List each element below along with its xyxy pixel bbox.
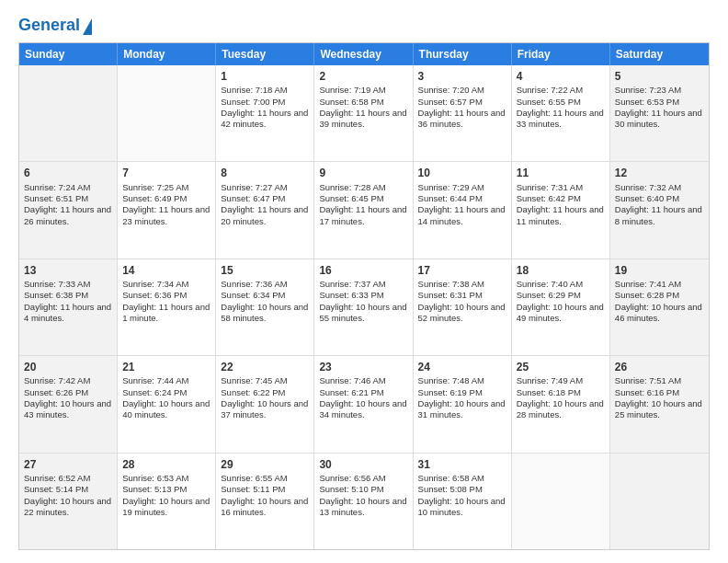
cal-cell-5-7 [610, 454, 709, 549]
day-number: 22 [221, 360, 309, 374]
cell-details: Sunrise: 6:52 AM Sunset: 5:14 PM Dayligh… [24, 473, 112, 518]
cal-cell-1-7: 5Sunrise: 7:23 AM Sunset: 6:53 PM Daylig… [610, 65, 709, 161]
header-day-tuesday: Tuesday [216, 43, 314, 65]
cal-cell-2-4: 9Sunrise: 7:28 AM Sunset: 6:45 PM Daylig… [314, 162, 413, 258]
cal-cell-5-3: 29Sunrise: 6:55 AM Sunset: 5:11 PM Dayli… [216, 454, 314, 549]
day-number: 9 [319, 166, 407, 180]
day-number: 4 [517, 69, 605, 84]
cell-details: Sunrise: 7:32 AM Sunset: 6:40 PM Dayligh… [615, 182, 704, 227]
cell-details: Sunrise: 7:41 AM Sunset: 6:28 PM Dayligh… [615, 279, 704, 324]
page: General SundayMondayTuesdayWednesdayThur… [0, 0, 728, 563]
cal-cell-3-4: 16Sunrise: 7:37 AM Sunset: 6:33 PM Dayli… [314, 259, 413, 355]
cell-details: Sunrise: 7:37 AM Sunset: 6:33 PM Dayligh… [319, 279, 407, 324]
cal-cell-5-6 [512, 454, 610, 549]
cell-details: Sunrise: 6:58 AM Sunset: 5:08 PM Dayligh… [418, 473, 506, 518]
cell-details: Sunrise: 7:49 AM Sunset: 6:18 PM Dayligh… [517, 375, 605, 420]
header-day-monday: Monday [118, 43, 216, 65]
cal-cell-4-4: 23Sunrise: 7:46 AM Sunset: 6:21 PM Dayli… [314, 356, 413, 452]
header: General [18, 17, 710, 33]
day-number: 14 [122, 263, 210, 278]
cal-cell-2-1: 6Sunrise: 7:24 AM Sunset: 6:51 PM Daylig… [19, 162, 118, 258]
header-day-wednesday: Wednesday [314, 43, 413, 65]
day-number: 28 [122, 457, 210, 472]
week-row-2: 6Sunrise: 7:24 AM Sunset: 6:51 PM Daylig… [19, 162, 709, 259]
day-number: 13 [24, 263, 112, 278]
cell-details: Sunrise: 7:36 AM Sunset: 6:34 PM Dayligh… [221, 279, 309, 324]
cell-details: Sunrise: 7:45 AM Sunset: 6:22 PM Dayligh… [221, 375, 309, 420]
cell-details: Sunrise: 7:25 AM Sunset: 6:49 PM Dayligh… [122, 182, 210, 227]
day-number: 6 [24, 166, 112, 180]
calendar-header: SundayMondayTuesdayWednesdayThursdayFrid… [19, 43, 709, 65]
week-row-5: 27Sunrise: 6:52 AM Sunset: 5:14 PM Dayli… [19, 454, 709, 549]
day-number: 7 [122, 166, 210, 180]
day-number: 12 [615, 166, 704, 180]
cell-details: Sunrise: 7:48 AM Sunset: 6:19 PM Dayligh… [418, 375, 506, 420]
cal-cell-5-1: 27Sunrise: 6:52 AM Sunset: 5:14 PM Dayli… [19, 454, 118, 549]
cell-details: Sunrise: 7:23 AM Sunset: 6:53 PM Dayligh… [615, 85, 704, 130]
cell-details: Sunrise: 7:42 AM Sunset: 6:26 PM Dayligh… [24, 375, 112, 420]
logo-triangle-icon [83, 18, 92, 35]
cell-details: Sunrise: 7:33 AM Sunset: 6:38 PM Dayligh… [24, 279, 112, 324]
cal-cell-3-2: 14Sunrise: 7:34 AM Sunset: 6:36 PM Dayli… [118, 259, 216, 355]
day-number: 21 [122, 360, 210, 374]
header-day-friday: Friday [512, 43, 610, 65]
day-number: 27 [24, 457, 112, 472]
cell-details: Sunrise: 7:44 AM Sunset: 6:24 PM Dayligh… [122, 375, 210, 420]
cell-details: Sunrise: 7:28 AM Sunset: 6:45 PM Dayligh… [319, 182, 407, 227]
cell-details: Sunrise: 7:34 AM Sunset: 6:36 PM Dayligh… [122, 279, 210, 324]
day-number: 19 [615, 263, 704, 278]
day-number: 1 [221, 69, 309, 84]
day-number: 18 [517, 263, 605, 278]
cal-cell-3-6: 18Sunrise: 7:40 AM Sunset: 6:29 PM Dayli… [512, 259, 610, 355]
day-number: 20 [24, 360, 112, 374]
day-number: 10 [418, 166, 506, 180]
logo: General [18, 17, 92, 33]
day-number: 5 [615, 69, 704, 84]
cal-cell-4-6: 25Sunrise: 7:49 AM Sunset: 6:18 PM Dayli… [512, 356, 610, 452]
cell-details: Sunrise: 7:46 AM Sunset: 6:21 PM Dayligh… [319, 375, 407, 420]
day-number: 26 [615, 360, 704, 374]
day-number: 8 [221, 166, 309, 180]
cal-cell-4-2: 21Sunrise: 7:44 AM Sunset: 6:24 PM Dayli… [118, 356, 216, 452]
day-number: 31 [418, 457, 506, 472]
cell-details: Sunrise: 7:51 AM Sunset: 6:16 PM Dayligh… [615, 375, 704, 420]
cal-cell-4-1: 20Sunrise: 7:42 AM Sunset: 6:26 PM Dayli… [19, 356, 118, 452]
cell-details: Sunrise: 7:20 AM Sunset: 6:57 PM Dayligh… [418, 85, 506, 130]
day-number: 25 [517, 360, 605, 374]
calendar: SundayMondayTuesdayWednesdayThursdayFrid… [18, 42, 710, 550]
cal-cell-3-1: 13Sunrise: 7:33 AM Sunset: 6:38 PM Dayli… [19, 259, 118, 355]
day-number: 30 [319, 457, 407, 472]
cal-cell-5-4: 30Sunrise: 6:56 AM Sunset: 5:10 PM Dayli… [314, 454, 413, 549]
cell-details: Sunrise: 7:38 AM Sunset: 6:31 PM Dayligh… [418, 279, 506, 324]
cal-cell-2-6: 11Sunrise: 7:31 AM Sunset: 6:42 PM Dayli… [512, 162, 610, 258]
logo-text: General [18, 17, 80, 35]
cell-details: Sunrise: 7:31 AM Sunset: 6:42 PM Dayligh… [517, 182, 605, 227]
cal-cell-3-7: 19Sunrise: 7:41 AM Sunset: 6:28 PM Dayli… [610, 259, 709, 355]
cal-cell-3-3: 15Sunrise: 7:36 AM Sunset: 6:34 PM Dayli… [216, 259, 314, 355]
day-number: 15 [221, 263, 309, 278]
calendar-body: 1Sunrise: 7:18 AM Sunset: 7:00 PM Daylig… [19, 65, 709, 549]
cal-cell-5-5: 31Sunrise: 6:58 AM Sunset: 5:08 PM Dayli… [414, 454, 512, 549]
cell-details: Sunrise: 7:24 AM Sunset: 6:51 PM Dayligh… [24, 182, 112, 227]
cal-cell-4-5: 24Sunrise: 7:48 AM Sunset: 6:19 PM Dayli… [414, 356, 512, 452]
week-row-3: 13Sunrise: 7:33 AM Sunset: 6:38 PM Dayli… [19, 259, 709, 356]
cal-cell-1-4: 2Sunrise: 7:19 AM Sunset: 6:58 PM Daylig… [314, 65, 413, 161]
day-number: 11 [517, 166, 605, 180]
day-number: 3 [418, 69, 506, 84]
cell-details: Sunrise: 6:56 AM Sunset: 5:10 PM Dayligh… [319, 473, 407, 518]
day-number: 23 [319, 360, 407, 374]
cal-cell-4-3: 22Sunrise: 7:45 AM Sunset: 6:22 PM Dayli… [216, 356, 314, 452]
cell-details: Sunrise: 7:22 AM Sunset: 6:55 PM Dayligh… [517, 85, 605, 130]
cell-details: Sunrise: 7:40 AM Sunset: 6:29 PM Dayligh… [517, 279, 605, 324]
cal-cell-2-2: 7Sunrise: 7:25 AM Sunset: 6:49 PM Daylig… [118, 162, 216, 258]
cal-cell-1-1 [19, 65, 118, 161]
cal-cell-4-7: 26Sunrise: 7:51 AM Sunset: 6:16 PM Dayli… [610, 356, 709, 452]
week-row-1: 1Sunrise: 7:18 AM Sunset: 7:00 PM Daylig… [19, 65, 709, 162]
cell-details: Sunrise: 7:27 AM Sunset: 6:47 PM Dayligh… [221, 182, 309, 227]
cell-details: Sunrise: 7:19 AM Sunset: 6:58 PM Dayligh… [319, 85, 407, 130]
cal-cell-1-3: 1Sunrise: 7:18 AM Sunset: 7:00 PM Daylig… [216, 65, 314, 161]
cal-cell-1-2 [118, 65, 216, 161]
day-number: 24 [418, 360, 506, 374]
cell-details: Sunrise: 6:53 AM Sunset: 5:13 PM Dayligh… [122, 473, 210, 518]
cal-cell-2-5: 10Sunrise: 7:29 AM Sunset: 6:44 PM Dayli… [414, 162, 512, 258]
